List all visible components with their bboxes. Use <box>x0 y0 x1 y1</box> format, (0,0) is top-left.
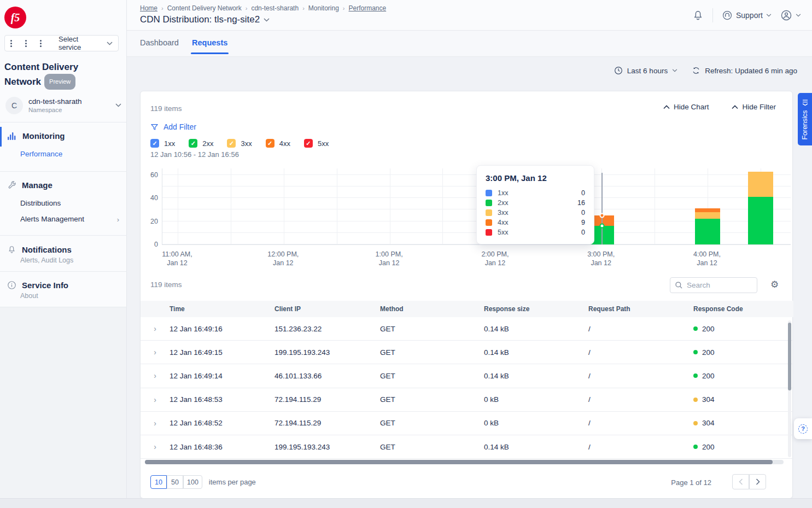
response-code-value: 200 <box>702 325 715 333</box>
checkbox-checked-icon[interactable]: ✓ <box>304 139 313 148</box>
table-vertical-scrollbar[interactable] <box>788 320 791 457</box>
cell-response_size: 0.14 kB <box>484 325 588 333</box>
chart-bar[interactable] <box>695 208 720 244</box>
namespace-selector[interactable]: C cdn-test-sharath Namespace <box>0 89 127 122</box>
sidebar-item-distributions[interactable]: Distributions <box>0 195 127 211</box>
search-icon <box>675 281 683 289</box>
cell-method: GET <box>380 419 484 427</box>
breadcrumb-item[interactable]: Monitoring <box>308 4 339 12</box>
x-tick-date: Jan 12 <box>587 259 615 267</box>
status-filter-3xx[interactable]: ✓3xx <box>227 139 252 148</box>
notifications-sublabel: Alerts, Audit Logs <box>0 256 127 270</box>
add-filter-label: Add Filter <box>163 122 196 131</box>
checkbox-checked-icon[interactable]: ✓ <box>189 139 197 148</box>
column-header: Method <box>380 305 484 313</box>
product-title-line1: Content Delivery <box>4 62 78 72</box>
expand-row-chevron-icon[interactable]: › <box>141 395 170 404</box>
refresh-button[interactable]: Refresh: Updated 6 min ago <box>692 66 797 75</box>
series-swatch <box>486 229 492 236</box>
service-info-label: Service Info <box>22 281 68 290</box>
footer-strip <box>0 498 812 508</box>
sidebar-item-alerts-management[interactable]: Alerts Management › <box>0 211 127 227</box>
status-filter-2xx[interactable]: ✓2xx <box>189 139 213 148</box>
cell-client_ip: 72.194.115.29 <box>274 395 380 404</box>
x-tick-time: 2:00 PM, <box>481 250 509 259</box>
table-row[interactable]: ›12 Jan 16:48:5372.194.115.29GET0 kB/304 <box>141 388 793 412</box>
hide-chart-button[interactable]: Hide Chart <box>663 103 709 111</box>
breadcrumb-item[interactable]: cdn-test-sharath <box>251 4 299 12</box>
refresh-label: Refresh: Updated 6 min ago <box>705 67 797 75</box>
table-row[interactable]: ›12 Jan 16:48:36199.195.193.243GET0.14 k… <box>141 435 793 459</box>
vertical-scroll-thumb[interactable] <box>788 323 791 390</box>
divider <box>0 235 127 236</box>
tab-dashboard[interactable]: Dashboard <box>140 38 179 47</box>
chart-bar[interactable] <box>748 172 773 244</box>
sidebar-item-manage[interactable]: Manage <box>0 175 127 195</box>
chevron-up-icon <box>732 105 738 109</box>
status-filter-4xx[interactable]: ✓4xx <box>266 139 290 148</box>
items-per-page-option-50[interactable]: 50 <box>167 475 183 489</box>
expand-row-chevron-icon[interactable]: › <box>141 371 170 380</box>
f5-logo-text: f5 <box>11 11 20 24</box>
table-row[interactable]: ›12 Jan 16:48:5272.194.115.29GET0 kB/304 <box>141 412 793 435</box>
notifications-bell-button[interactable] <box>692 9 704 21</box>
checkbox-checked-icon[interactable]: ✓ <box>227 139 236 148</box>
items-per-page-option-100[interactable]: 100 <box>183 475 202 489</box>
chevron-down-icon <box>107 42 113 45</box>
bell-icon <box>7 244 16 254</box>
table-horizontal-scrollbar[interactable] <box>145 460 784 464</box>
alerts-management-label: Alerts Management <box>20 215 84 223</box>
tooltip-row: 1xx0 <box>486 188 585 198</box>
table-row[interactable]: ›12 Jan 16:49:15199.195.193.243GET0.14 k… <box>141 341 793 364</box>
support-headset-icon <box>722 10 733 21</box>
column-header: Request Path <box>588 305 693 313</box>
cell-time: 12 Jan 16:48:53 <box>170 395 274 404</box>
tooltip-series-value: 0 <box>581 189 585 197</box>
checkbox-checked-icon[interactable]: ✓ <box>150 139 159 148</box>
table-settings-gear-icon[interactable]: ⚙ <box>770 279 779 290</box>
tooltip-row: 4xx9 <box>486 218 585 227</box>
tooltip-series-label: 2xx <box>498 199 508 207</box>
tab-requests[interactable]: Requests <box>192 38 227 47</box>
add-filter-button[interactable]: Add Filter <box>150 122 196 131</box>
breadcrumb-item[interactable]: Performance <box>349 4 387 12</box>
breadcrumb-item[interactable]: Home <box>140 4 157 12</box>
select-service-dropdown[interactable]: Select service <box>4 35 119 51</box>
cell-request_path: / <box>588 372 693 380</box>
expand-row-chevron-icon[interactable]: › <box>141 419 170 428</box>
filter-label: 1xx <box>164 139 175 148</box>
search-input[interactable] <box>687 281 747 289</box>
items-per-page-option-10[interactable]: 10 <box>150 475 167 489</box>
cell-response_size: 0 kB <box>484 395 588 404</box>
breadcrumb-item[interactable]: Content Delivery Network <box>167 4 242 12</box>
sidebar-item-monitoring[interactable]: Monitoring <box>0 126 127 146</box>
checkbox-checked-icon[interactable]: ✓ <box>266 139 274 148</box>
next-page-button[interactable] <box>749 474 766 489</box>
expand-row-chevron-icon[interactable]: › <box>141 348 170 357</box>
horizontal-scroll-thumb[interactable] <box>145 460 773 464</box>
support-menu-button[interactable]: Support <box>722 10 772 21</box>
table-row[interactable]: ›12 Jan 16:49:1446.101.133.66GET0.14 kB/… <box>141 364 793 388</box>
hide-filter-button[interactable]: Hide Filter <box>732 103 776 111</box>
x-tick-date: Jan 12 <box>481 259 509 267</box>
time-range-dropdown[interactable]: Last 6 hours <box>614 66 677 75</box>
main-content: Dashboard Requests Last 6 hours Refresh:… <box>127 31 812 498</box>
previous-page-button[interactable] <box>732 474 749 489</box>
cell-response_size: 0.14 kB <box>484 348 588 357</box>
sidebar-item-performance[interactable]: Performance <box>0 146 127 162</box>
help-button[interactable]: ? <box>794 418 812 439</box>
page-title[interactable]: CDN Distribution: tls-ng-site2 <box>140 14 270 25</box>
x-tick-date: Jan 12 <box>267 259 299 267</box>
expand-row-chevron-icon[interactable]: › <box>141 324 170 333</box>
expand-row-chevron-icon[interactable]: › <box>141 442 170 451</box>
status-filter-1xx[interactable]: ✓1xx <box>150 139 175 148</box>
f5-logo[interactable]: f5 <box>4 7 26 28</box>
table-row[interactable]: ›12 Jan 16:49:16151.236.23.22GET0.14 kB/… <box>141 317 793 341</box>
chevron-right-icon <box>756 478 760 485</box>
status-filter-5xx[interactable]: ✓5xx <box>304 139 329 148</box>
forensics-tab[interactable]: Forensics <box>798 93 812 145</box>
chart-date-range: 12 Jan 10:56 - 12 Jan 16:56 <box>150 150 239 159</box>
bar-segment-4xx <box>695 208 720 212</box>
account-menu-button[interactable] <box>780 9 801 21</box>
status-dot <box>693 445 698 449</box>
